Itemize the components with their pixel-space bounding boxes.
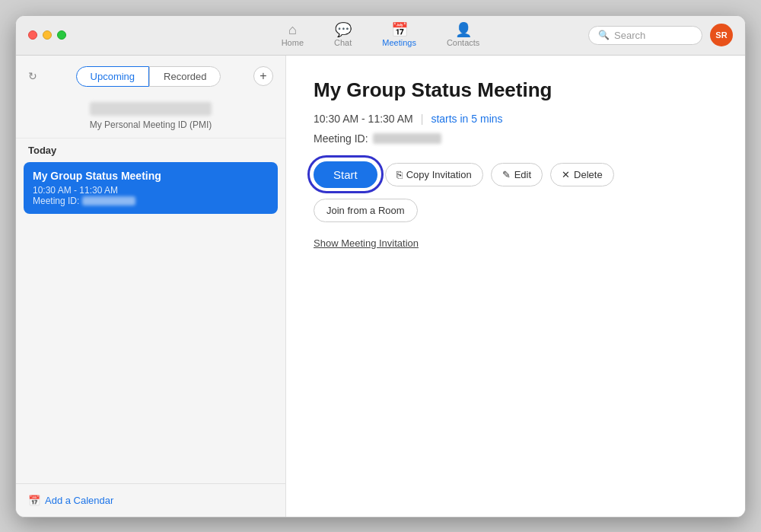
close-button[interactable] bbox=[28, 30, 37, 40]
tab-contacts[interactable]: 👤 Contacts bbox=[431, 20, 495, 50]
tab-chat-label: Chat bbox=[334, 38, 352, 47]
start-button-wrapper: Start bbox=[314, 161, 377, 188]
time-divider: | bbox=[421, 113, 424, 125]
main-layout: ↻ Upcoming Recorded + My Personal Meetin… bbox=[16, 56, 745, 517]
delete-icon: ✕ bbox=[562, 169, 570, 180]
sidebar-header: ↻ Upcoming Recorded + bbox=[16, 56, 285, 94]
avatar-initials: SR bbox=[715, 30, 727, 40]
chat-icon: 💬 bbox=[335, 23, 352, 37]
add-calendar-label: Add a Calendar bbox=[45, 495, 113, 506]
pmi-label: My Personal Meeting ID (PMI) bbox=[90, 119, 212, 130]
edit-icon: ✎ bbox=[502, 169, 511, 180]
search-placeholder: Search bbox=[614, 30, 645, 41]
tab-meetings-label: Meetings bbox=[382, 38, 416, 47]
sidebar: ↻ Upcoming Recorded + My Personal Meetin… bbox=[16, 56, 286, 517]
search-icon: 🔍 bbox=[598, 30, 610, 40]
tab-contacts-label: Contacts bbox=[447, 38, 479, 47]
meeting-time-range: 10:30 AM - 11:30 AM bbox=[314, 113, 413, 125]
avatar[interactable]: SR bbox=[710, 24, 733, 46]
tab-meetings[interactable]: 📅 Meetings bbox=[367, 20, 431, 50]
minimize-button[interactable] bbox=[43, 30, 52, 40]
start-button[interactable]: Start bbox=[314, 161, 377, 188]
section-today: Today bbox=[16, 139, 285, 159]
meeting-id-row: Meeting ID: bbox=[314, 132, 718, 145]
copy-icon: ⎘ bbox=[396, 169, 403, 180]
delete-label: Delete bbox=[574, 169, 603, 180]
show-meeting-invitation-link[interactable]: Show Meeting Invitation bbox=[314, 237, 419, 249]
titlebar: ⌂ Home 💬 Chat 📅 Meetings 👤 Contacts 🔍 Se… bbox=[16, 16, 745, 56]
tab-recorded[interactable]: Recorded bbox=[149, 66, 221, 87]
maximize-button[interactable] bbox=[57, 30, 66, 40]
meeting-id-value-blurred bbox=[373, 133, 441, 144]
secondary-actions-row: Join from a Room bbox=[314, 199, 718, 222]
meeting-item-id: Meeting ID: bbox=[33, 196, 269, 206]
copy-invitation-label: Copy Invitation bbox=[406, 169, 472, 180]
meeting-item-title: My Group Status Meeting bbox=[33, 170, 269, 182]
tab-chat[interactable]: 💬 Chat bbox=[319, 20, 367, 50]
pmi-id-blurred bbox=[90, 102, 212, 116]
refresh-button[interactable]: ↻ bbox=[28, 70, 37, 82]
home-icon: ⌂ bbox=[288, 23, 297, 37]
meeting-id-label: Meeting ID: bbox=[33, 196, 79, 206]
tab-home[interactable]: ⌂ Home bbox=[266, 20, 319, 50]
delete-button[interactable]: ✕ Delete bbox=[550, 163, 614, 186]
meeting-title: My Group Status Meeting bbox=[314, 78, 718, 102]
add-meeting-button[interactable]: + bbox=[253, 66, 273, 86]
nav-tabs: ⌂ Home 💬 Chat 📅 Meetings 👤 Contacts bbox=[266, 20, 495, 50]
actions-row: Start ⎘ Copy Invitation ✎ Edit ✕ Delete bbox=[314, 161, 718, 188]
meetings-icon: 📅 bbox=[391, 23, 408, 37]
meeting-time-row: 10:30 AM - 11:30 AM | starts in 5 mins bbox=[314, 113, 718, 125]
app-window: ⌂ Home 💬 Chat 📅 Meetings 👤 Contacts 🔍 Se… bbox=[15, 15, 746, 518]
search-box[interactable]: 🔍 Search bbox=[588, 26, 702, 45]
content-panel: My Group Status Meeting 10:30 AM - 11:30… bbox=[286, 56, 745, 517]
meeting-list-item[interactable]: My Group Status Meeting 10:30 AM - 11:30… bbox=[24, 162, 278, 214]
meeting-id-blurred bbox=[82, 196, 135, 205]
copy-invitation-button[interactable]: ⎘ Copy Invitation bbox=[385, 163, 483, 186]
traffic-lights bbox=[28, 30, 66, 40]
search-area: 🔍 Search SR bbox=[588, 24, 733, 46]
tab-upcoming[interactable]: Upcoming bbox=[76, 66, 150, 87]
edit-button[interactable]: ✎ Edit bbox=[491, 163, 543, 186]
meeting-id-label-content: Meeting ID: bbox=[314, 132, 368, 145]
pmi-item[interactable]: My Personal Meeting ID (PMI) bbox=[16, 94, 285, 139]
edit-label: Edit bbox=[514, 169, 531, 180]
join-from-room-button[interactable]: Join from a Room bbox=[314, 199, 418, 222]
contacts-icon: 👤 bbox=[455, 23, 472, 37]
starts-in-text: starts in 5 mins bbox=[431, 113, 502, 125]
meeting-item-time: 10:30 AM - 11:30 AM bbox=[33, 185, 269, 196]
tab-home-label: Home bbox=[282, 38, 304, 47]
calendar-icon: 📅 bbox=[28, 495, 40, 506]
add-calendar-button[interactable]: 📅 Add a Calendar bbox=[16, 483, 285, 517]
tab-buttons: Upcoming Recorded bbox=[76, 66, 221, 87]
